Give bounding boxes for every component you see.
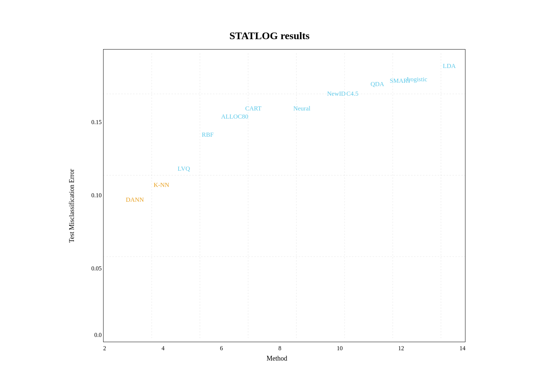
x-tick: 14 bbox=[460, 345, 465, 352]
x-axis-ticks: 2468101214 bbox=[103, 345, 465, 352]
x-tick: 12 bbox=[398, 345, 404, 352]
chart-title: STATLOG results bbox=[229, 30, 309, 42]
x-tick: 10 bbox=[337, 345, 343, 352]
point-label: RBF bbox=[202, 131, 214, 138]
y-axis-label: Test Misclassification Error bbox=[66, 49, 77, 362]
y-tick-00: 0.0 bbox=[83, 332, 102, 338]
point-label: LVQ bbox=[178, 165, 190, 172]
x-tick: 2 bbox=[103, 345, 106, 352]
x-tick: 4 bbox=[162, 345, 165, 352]
point-label: QDA bbox=[370, 80, 384, 87]
point-label: CART bbox=[245, 105, 262, 112]
y-tick-015: 0.15 bbox=[83, 119, 102, 126]
point-label: ALLOC80 bbox=[221, 113, 248, 120]
x-tick: 8 bbox=[278, 345, 281, 352]
point-label: Logistic bbox=[407, 75, 427, 82]
point-label: Neural bbox=[294, 105, 311, 112]
plot-region: 0.15 0.10 0.05 0.0 DANNK-NNLVQRBFALLOC80… bbox=[103, 49, 465, 342]
point-label: NewID bbox=[327, 90, 346, 97]
chart-area: Test Misclassification Error 0.15 0.10 0… bbox=[66, 49, 473, 362]
point-label: K-NN bbox=[153, 181, 169, 188]
y-ticks: 0.15 0.10 0.05 0.0 bbox=[83, 50, 102, 342]
y-tick-010: 0.10 bbox=[83, 192, 102, 199]
x-axis-label: Method bbox=[81, 355, 473, 362]
chart-with-xaxis: 0.15 0.10 0.05 0.0 DANNK-NNLVQRBFALLOC80… bbox=[81, 49, 473, 362]
point-label: DANN bbox=[126, 196, 144, 203]
chart-container: STATLOG results Test Misclassification E… bbox=[66, 30, 473, 362]
plot-svg: DANNK-NNLVQRBFALLOC80CARTNeuralNewIDC4.5… bbox=[104, 50, 465, 342]
y-tick-005: 0.05 bbox=[83, 265, 102, 272]
point-label: LDA bbox=[443, 62, 456, 69]
point-label: C4.5 bbox=[346, 90, 359, 97]
x-tick: 6 bbox=[220, 345, 223, 352]
